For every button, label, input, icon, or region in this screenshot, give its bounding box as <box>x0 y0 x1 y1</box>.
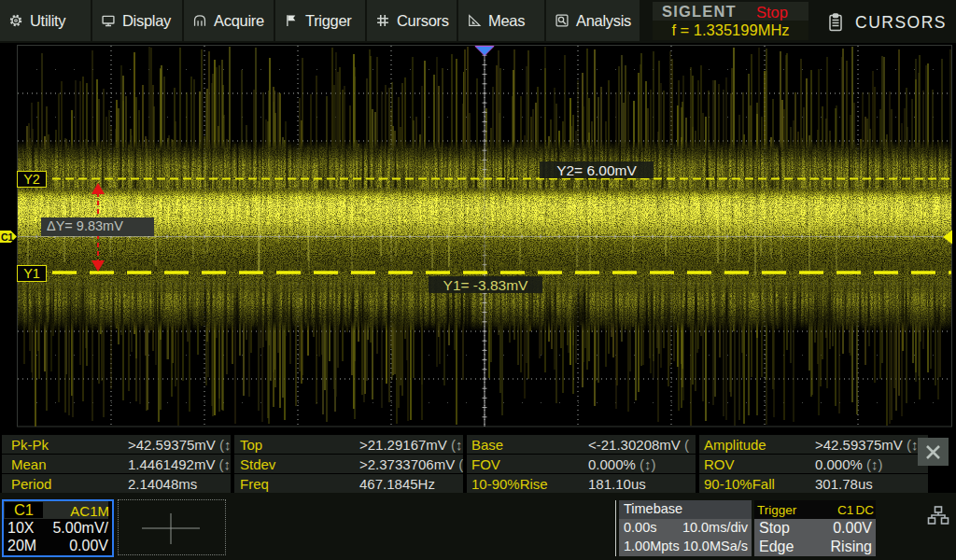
svg-text:C1: C1 <box>1 231 14 243</box>
